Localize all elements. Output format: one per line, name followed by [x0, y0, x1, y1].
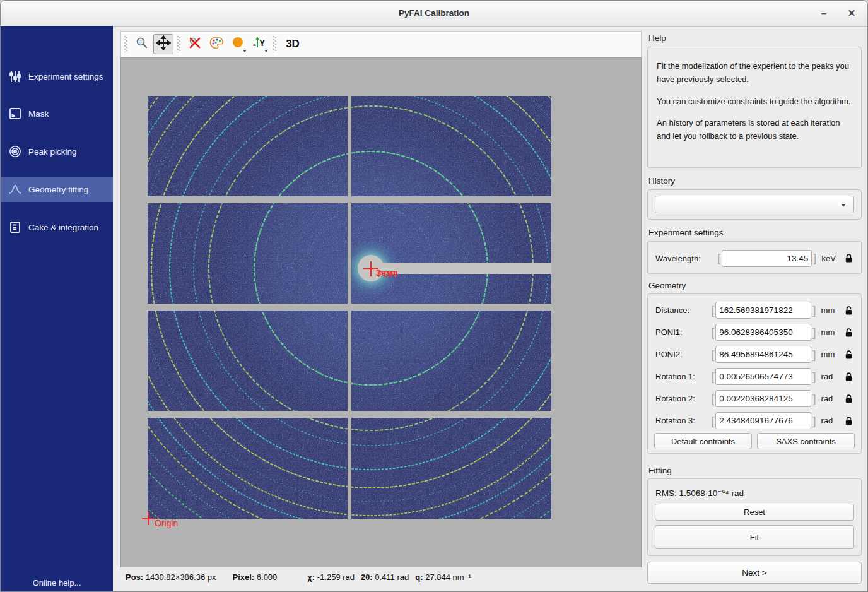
- next-button[interactable]: Next >: [647, 562, 862, 584]
- sidebar-item-experiment-settings[interactable]: Experiment settings: [1, 64, 113, 89]
- poni2-unit: mm: [821, 350, 840, 359]
- distance-label: Distance:: [655, 305, 710, 315]
- sidebar: Experiment settings Mask Peak picking Ge…: [1, 26, 113, 592]
- chi-value: -1.259 rad: [317, 572, 355, 582]
- sidebar-item-mask[interactable]: Mask: [1, 101, 113, 126]
- chevron-down-icon: [841, 204, 846, 207]
- lock-open-icon: [844, 350, 853, 360]
- view-3d-button[interactable]: 3D: [281, 34, 305, 54]
- reset-button[interactable]: Reset: [655, 504, 854, 521]
- rotation1-label: Rotation 1:: [655, 372, 710, 381]
- toolbar-separator: [273, 36, 276, 52]
- wavelength-lock-button[interactable]: [844, 253, 853, 263]
- poni2-input[interactable]: [715, 346, 811, 363]
- rotation1-input[interactable]: [715, 368, 811, 385]
- lock-open-icon: [844, 416, 853, 426]
- geometry-row: PONI2: [ ] mm: [648, 343, 861, 365]
- history-dropdown[interactable]: [655, 196, 854, 213]
- default-constraints-button[interactable]: Default contraints: [654, 433, 752, 449]
- pan-button[interactable]: [153, 34, 173, 54]
- colormap-button[interactable]: [206, 34, 226, 54]
- q-label: q:: [415, 572, 423, 582]
- sidebar-item-label: Cake & integration: [28, 223, 98, 232]
- poni1-input[interactable]: [715, 324, 811, 341]
- distance-lock-button[interactable]: [844, 305, 853, 316]
- bracket-open: [: [710, 302, 715, 319]
- distance-input[interactable]: [715, 302, 811, 319]
- rotation3-unit: rad: [821, 416, 840, 425]
- window-title: PyFAI Calibration: [1, 1, 867, 26]
- poni2-lock-button[interactable]: [844, 350, 853, 360]
- poni1-lock-button[interactable]: [844, 328, 853, 338]
- bracket-open: [: [710, 391, 715, 407]
- help-box: Fit the modelization of the experient to…: [647, 47, 862, 168]
- marker-color-button[interactable]: [228, 34, 248, 54]
- bracket-open: [: [710, 413, 715, 429]
- history-box: [647, 189, 862, 220]
- help-paragraph: You can customize constraints to guide t…: [657, 95, 852, 109]
- geometry-row: Distance: [ ] mm: [648, 299, 861, 321]
- pan-icon: [156, 35, 171, 53]
- sidebar-item-geometry-fitting[interactable]: Geometry fitting: [1, 177, 113, 202]
- zoom-icon: [134, 35, 150, 53]
- bracket-close: ]: [811, 324, 817, 341]
- bracket-open: [: [710, 324, 715, 341]
- rotation2-lock-button[interactable]: [844, 394, 853, 404]
- rotation3-lock-button[interactable]: [844, 416, 853, 426]
- geometry-row: Rotation 1: [ ] rad: [648, 365, 861, 388]
- help-section-title: Help: [648, 33, 666, 43]
- pixel-value: 6.000: [257, 572, 278, 582]
- wavelength-input[interactable]: [722, 250, 812, 267]
- sidebar-item-label: Peak picking: [28, 147, 77, 157]
- bracket-open: [: [710, 346, 715, 363]
- experiment-box: Wavelength: [ ] keV: [647, 241, 862, 274]
- lock-open-icon: [844, 394, 853, 404]
- fitting-section-title: Fitting: [648, 466, 672, 475]
- rms-label: RMS:: [655, 488, 677, 498]
- fit-button[interactable]: Fit: [655, 525, 854, 549]
- dropdown-caret-icon: [264, 50, 268, 52]
- dropdown-caret-icon: [243, 50, 247, 52]
- title-bar[interactable]: PyFAI Calibration – ✕: [1, 1, 867, 27]
- sliders-icon: [8, 69, 22, 83]
- poni1-unit: mm: [821, 328, 840, 337]
- rotation2-input[interactable]: [715, 390, 811, 407]
- rotation1-unit: rad: [821, 372, 840, 381]
- colormap-icon: [208, 35, 225, 53]
- pos-label: Pos:: [126, 572, 143, 582]
- poni-label: PONI: [378, 269, 398, 279]
- plot-toolbar: a Y 3D: [120, 31, 642, 57]
- minimize-button[interactable]: –: [813, 1, 835, 26]
- two-theta-label: 2θ:: [361, 572, 373, 582]
- status-bar: Pos: 1430.82×386.36 px Pixel: 6.000 χ: -…: [120, 567, 642, 586]
- rotation1-lock-button[interactable]: [844, 372, 853, 382]
- two-theta-value: 0.411 rad: [375, 572, 409, 582]
- rms-readout: RMS: 1.5068·10⁻⁰⁴ rad: [655, 488, 744, 498]
- svg-text:Y: Y: [259, 38, 266, 48]
- geometry-section-title: Geometry: [648, 281, 686, 290]
- sidebar-item-label: Experiment settings: [28, 72, 103, 81]
- zoom-reset-button[interactable]: [185, 34, 205, 54]
- rotation2-unit: rad: [821, 394, 840, 403]
- q-value: 27.844 nm⁻¹: [425, 572, 471, 582]
- rotation2-label: Rotation 2:: [655, 394, 710, 403]
- close-button[interactable]: ✕: [841, 1, 862, 26]
- saxs-constraints-button[interactable]: SAXS contraints: [757, 433, 855, 449]
- poni2-label: PONI2:: [655, 350, 710, 359]
- mask-icon: [8, 107, 22, 121]
- sidebar-item-label: Mask: [28, 109, 49, 119]
- zoom-button[interactable]: [132, 34, 152, 54]
- axis-scale-button[interactable]: a Y: [249, 34, 269, 54]
- bracket-close: ]: [811, 302, 817, 319]
- diffraction-image-canvas[interactable]: Beam PONI Origin: [120, 57, 642, 567]
- online-help-link[interactable]: Online help...: [1, 578, 113, 588]
- bracket-open: [: [710, 369, 715, 385]
- sidebar-item-peak-picking[interactable]: Peak picking: [1, 139, 113, 164]
- sidebar-item-cake-integration[interactable]: Cake & integration: [1, 215, 113, 240]
- diffraction-image: Beam PONI Origin: [121, 58, 641, 567]
- peak-picking-icon: [8, 145, 22, 158]
- bracket-close: ]: [811, 346, 817, 363]
- chi-label: χ:: [307, 572, 315, 582]
- rotation3-input[interactable]: [715, 412, 811, 429]
- toolbar-handle[interactable]: [124, 36, 127, 52]
